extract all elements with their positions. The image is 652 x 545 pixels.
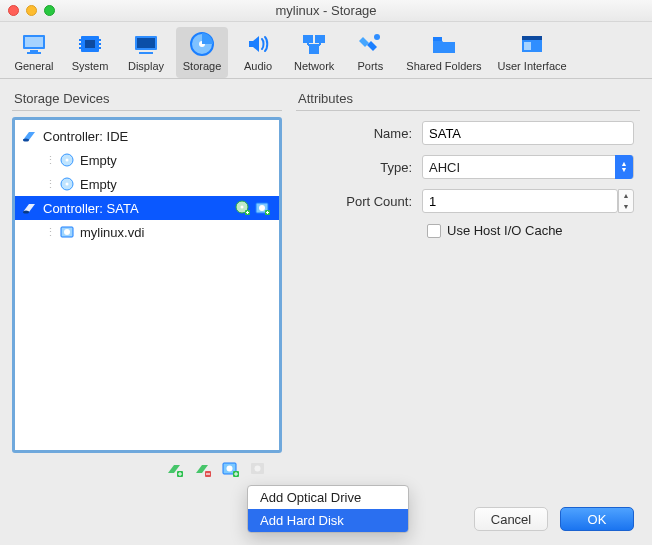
- tree-label: Empty: [80, 153, 117, 168]
- svg-point-30: [66, 183, 69, 186]
- tab-display[interactable]: Display: [120, 27, 172, 78]
- add-attachment-menu: Add Optical Drive Add Hard Disk: [247, 485, 409, 533]
- svg-point-39: [64, 229, 70, 235]
- add-optical-attachment-icon[interactable]: [235, 200, 251, 216]
- tree-label: Empty: [80, 177, 117, 192]
- svg-point-28: [66, 159, 69, 162]
- tree-label: mylinux.vdi: [80, 225, 144, 240]
- tab-network[interactable]: Network: [288, 27, 340, 78]
- name-label: Name:: [302, 126, 412, 141]
- type-label: Type:: [302, 160, 412, 175]
- storage-devices-heading: Storage Devices: [12, 89, 282, 111]
- svg-rect-22: [433, 37, 442, 41]
- folder-icon: [431, 31, 457, 57]
- ide-controller-icon: [21, 128, 37, 144]
- optical-disc-icon: [60, 177, 74, 191]
- tab-audio[interactable]: Audio: [232, 27, 284, 78]
- tab-storage[interactable]: Storage: [176, 27, 228, 78]
- sata-controller-icon: [21, 200, 37, 216]
- settings-toolbar: General System Display Storage Audio Net…: [0, 22, 652, 79]
- network-icon: [301, 31, 327, 57]
- optical-disc-icon: [60, 153, 74, 167]
- svg-point-33: [241, 206, 244, 209]
- svg-rect-1: [25, 37, 43, 47]
- attributes-heading: Attributes: [296, 89, 640, 111]
- svg-point-46: [255, 466, 261, 472]
- tab-ports[interactable]: Ports: [344, 27, 396, 78]
- zoom-window-button[interactable]: [44, 5, 55, 16]
- portcount-input[interactable]: [422, 189, 618, 213]
- hostio-label: Use Host I/O Cache: [447, 223, 563, 238]
- type-select-value: AHCI: [429, 160, 460, 175]
- sata-vdi-row[interactable]: ⋮ mylinux.vdi: [15, 220, 279, 244]
- ports-icon: [357, 31, 383, 57]
- menu-add-hard-disk[interactable]: Add Hard Disk: [248, 509, 408, 532]
- display-icon: [133, 31, 159, 57]
- type-select[interactable]: AHCI ▲▼: [422, 155, 634, 179]
- svg-rect-18: [303, 35, 313, 43]
- svg-rect-3: [27, 52, 41, 54]
- svg-rect-5: [85, 40, 95, 48]
- add-attachment-icon[interactable]: [221, 459, 241, 479]
- stepper-up-icon[interactable]: ▲: [619, 190, 633, 201]
- svg-point-36: [259, 205, 265, 211]
- svg-rect-19: [315, 35, 325, 43]
- tab-system[interactable]: System: [64, 27, 116, 78]
- svg-point-21: [374, 34, 380, 40]
- svg-point-31: [23, 211, 29, 214]
- titlebar: mylinux - Storage: [0, 0, 652, 22]
- controller-ide-row[interactable]: Controller: IDE: [15, 124, 279, 148]
- tab-user-interface[interactable]: User Interface: [492, 27, 573, 78]
- portcount-label: Port Count:: [302, 194, 412, 209]
- ui-window-icon: [519, 31, 545, 57]
- close-window-button[interactable]: [8, 5, 19, 16]
- storage-disk-icon: [189, 31, 215, 57]
- svg-point-43: [227, 466, 233, 472]
- svg-rect-2: [30, 50, 38, 52]
- cancel-button[interactable]: Cancel: [474, 507, 548, 531]
- select-stepper-icon: ▲▼: [615, 155, 633, 179]
- window-title: mylinux - Storage: [275, 3, 376, 18]
- svg-point-26: [23, 139, 29, 142]
- add-controller-green-icon[interactable]: [165, 459, 185, 479]
- tree-label: Controller: SATA: [43, 201, 139, 216]
- chip-icon: [77, 31, 103, 57]
- ok-button[interactable]: OK: [560, 507, 634, 531]
- ide-empty-2-row[interactable]: ⋮ Empty: [15, 172, 279, 196]
- controller-sata-row[interactable]: Controller: SATA: [15, 196, 279, 220]
- monitor-icon: [21, 31, 47, 57]
- storage-device-tree[interactable]: Controller: IDE ⋮ Empty ⋮ Empty: [12, 117, 282, 453]
- minimize-window-button[interactable]: [26, 5, 37, 16]
- svg-rect-13: [137, 38, 155, 48]
- harddisk-icon: [60, 225, 74, 239]
- svg-rect-14: [139, 52, 153, 54]
- remove-controller-icon[interactable]: [193, 459, 213, 479]
- tab-general[interactable]: General: [8, 27, 60, 78]
- remove-attachment-icon: [249, 459, 269, 479]
- menu-add-optical-drive[interactable]: Add Optical Drive: [248, 486, 408, 509]
- portcount-stepper[interactable]: ▲ ▼: [618, 189, 634, 213]
- svg-rect-20: [309, 46, 319, 54]
- stepper-down-icon[interactable]: ▼: [619, 201, 633, 212]
- tab-shared-folders[interactable]: Shared Folders: [400, 27, 487, 78]
- ide-empty-1-row[interactable]: ⋮ Empty: [15, 148, 279, 172]
- tree-action-bar: [12, 459, 282, 479]
- speaker-icon: [245, 31, 271, 57]
- svg-rect-25: [524, 42, 531, 50]
- tree-label: Controller: IDE: [43, 129, 128, 144]
- hostio-checkbox[interactable]: [427, 224, 441, 238]
- name-input[interactable]: [422, 121, 634, 145]
- svg-rect-24: [522, 36, 542, 40]
- add-harddisk-attachment-icon[interactable]: [255, 200, 271, 216]
